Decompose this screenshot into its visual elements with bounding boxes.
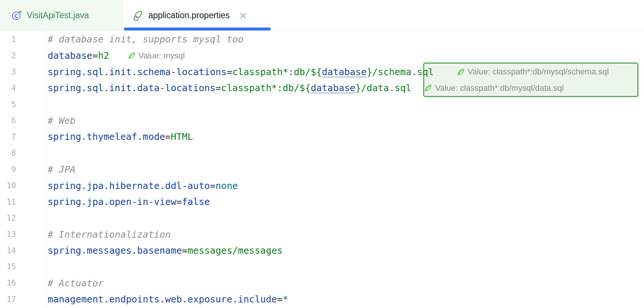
tab-visitapitest-java[interactable]: C VisitApiTest.java: [0, 0, 123, 31]
token-kw: false: [182, 196, 210, 207]
line-number: 7: [0, 132, 16, 141]
token-eq: =: [165, 131, 171, 142]
token-str: }/data.sql: [355, 83, 412, 93]
line-number: 1: [0, 35, 16, 44]
token-eq: =: [227, 67, 232, 77]
token-key: spring.jpa.hibernate.ddl-auto: [48, 180, 210, 191]
property-reference[interactable]: database: [310, 83, 355, 93]
code-text: spring.sql.init.schema-locations=classpa…: [48, 67, 609, 77]
token-key: management.endpoints.web.exposure.includ…: [48, 294, 277, 305]
token-eq: =: [277, 294, 283, 305]
line-number: 15: [0, 262, 16, 271]
code-text: spring.messages.basename=messages/messag…: [48, 245, 283, 256]
code-line[interactable]: 7spring.thymeleaf.mode=HTML: [0, 129, 644, 145]
spring-leaf-icon: [457, 68, 465, 76]
code-line[interactable]: 10spring.jpa.hibernate.ddl-auto=none: [0, 177, 644, 194]
token-key: spring.jpa.open-in-view: [48, 196, 176, 207]
code-line[interactable]: 11spring.jpa.open-in-view=false: [0, 194, 644, 210]
spring-leaf-icon: [128, 52, 136, 60]
token-key: database: [48, 50, 92, 61]
ide-editor-window: C VisitApiTest.java application.properti…: [0, 0, 644, 308]
active-tab-indicator: [124, 28, 271, 31]
token-str: classpath*:db/${: [221, 83, 311, 93]
inlay-value-hint[interactable]: Value: mysql: [128, 51, 185, 61]
code-lines: 1# database init, supports mysql too2dat…: [0, 31, 644, 308]
line-number: 17: [0, 295, 16, 304]
line-number: 5: [0, 100, 16, 109]
token-eq: =: [182, 245, 187, 256]
svg-text:C: C: [14, 13, 18, 19]
token-str: *: [283, 294, 288, 305]
code-line[interactable]: 8: [0, 145, 644, 161]
line-number: 11: [0, 198, 16, 206]
token-teal: none: [216, 180, 238, 191]
line-number: 14: [0, 246, 16, 255]
close-icon[interactable]: ×: [239, 10, 248, 21]
code-text: # JPA: [48, 164, 75, 175]
inlay-hint-text: Value: mysql: [139, 51, 185, 61]
code-line[interactable]: 1# database init, supports mysql too: [0, 31, 644, 48]
tab-label: application.properties: [148, 10, 230, 20]
code-line[interactable]: 15: [0, 259, 644, 275]
code-text: spring.jpa.open-in-view=false: [48, 196, 210, 207]
code-line[interactable]: 2database=h2Value: mysql: [0, 48, 644, 64]
token-str: }/schema.sql: [367, 67, 434, 77]
token-str: messages/messages: [187, 245, 283, 256]
test-class-icon: C: [11, 10, 22, 21]
editor[interactable]: 1# database init, supports mysql too2dat…: [0, 31, 644, 308]
token-eq: =: [176, 196, 182, 207]
code-text: management.endpoints.web.exposure.includ…: [48, 294, 288, 305]
line-number: 8: [0, 149, 16, 158]
token-str: h2: [98, 50, 109, 61]
code-text: database=h2Value: mysql: [48, 50, 185, 61]
property-reference[interactable]: database: [322, 67, 367, 77]
code-text: spring.sql.init.data-locations=classpath…: [48, 83, 564, 93]
line-number: 13: [0, 230, 16, 239]
line-number: 12: [0, 214, 16, 222]
token-str: HTML: [171, 131, 193, 142]
token-str: classpath*:db/${: [232, 67, 322, 77]
line-number: 9: [0, 165, 16, 174]
inlay-value-hint[interactable]: Value: classpath*:db/mysql/schema.sql: [457, 67, 609, 77]
token-key: spring.sql.init.schema-locations: [48, 67, 227, 77]
spring-leaf-icon: [424, 84, 432, 92]
inlay-hint-text: Value: classpath*:db/mysql/data.sql: [435, 83, 564, 93]
token-comment: # Actuator: [48, 278, 104, 289]
code-text: # Actuator: [48, 278, 104, 289]
line-number: 3: [0, 67, 16, 76]
token-comment: # database init, supports mysql too: [48, 34, 244, 45]
code-text: spring.thymeleaf.mode=HTML: [48, 131, 193, 142]
line-number: 16: [0, 279, 16, 288]
token-comment: # Internationalization: [48, 229, 171, 240]
code-line[interactable]: 9# JPA: [0, 161, 644, 178]
code-text: # Web: [48, 115, 75, 126]
token-key: spring.messages.basename: [48, 245, 182, 256]
token-key: spring.thymeleaf.mode: [48, 131, 165, 142]
token-comment: # Web: [48, 115, 75, 126]
code-line[interactable]: 3spring.sql.init.schema-locations=classp…: [0, 64, 644, 80]
token-eq: =: [92, 50, 98, 61]
editor-tab-bar: C VisitApiTest.java application.properti…: [0, 0, 644, 31]
token-eq: =: [210, 180, 216, 191]
code-line[interactable]: 17management.endpoints.web.exposure.incl…: [0, 291, 644, 308]
code-text: # Internationalization: [48, 229, 171, 240]
code-line[interactable]: 12: [0, 210, 644, 227]
spring-boot-icon: [132, 10, 144, 21]
line-number: 10: [0, 181, 16, 190]
code-line[interactable]: 6# Web: [0, 112, 644, 129]
line-number: 2: [0, 51, 16, 60]
token-comment: # JPA: [48, 164, 75, 175]
code-line[interactable]: 5: [0, 96, 644, 113]
code-line[interactable]: 14spring.messages.basename=messages/mess…: [0, 243, 644, 259]
inlay-hint-text: Value: classpath*:db/mysql/schema.sql: [468, 67, 609, 77]
code-text: # database init, supports mysql too: [48, 34, 244, 45]
tab-application-properties[interactable]: application.properties ×: [123, 0, 277, 31]
token-key: spring.sql.init.data-locations: [48, 83, 216, 93]
line-number: 4: [0, 84, 16, 93]
line-number: 6: [0, 116, 16, 125]
code-line[interactable]: 13# Internationalization: [0, 226, 644, 243]
code-text: spring.jpa.hibernate.ddl-auto=none: [48, 180, 238, 191]
code-line[interactable]: 4spring.sql.init.data-locations=classpat…: [0, 80, 644, 96]
inlay-value-hint[interactable]: Value: classpath*:db/mysql/data.sql: [424, 83, 564, 93]
code-line[interactable]: 16# Actuator: [0, 275, 644, 291]
